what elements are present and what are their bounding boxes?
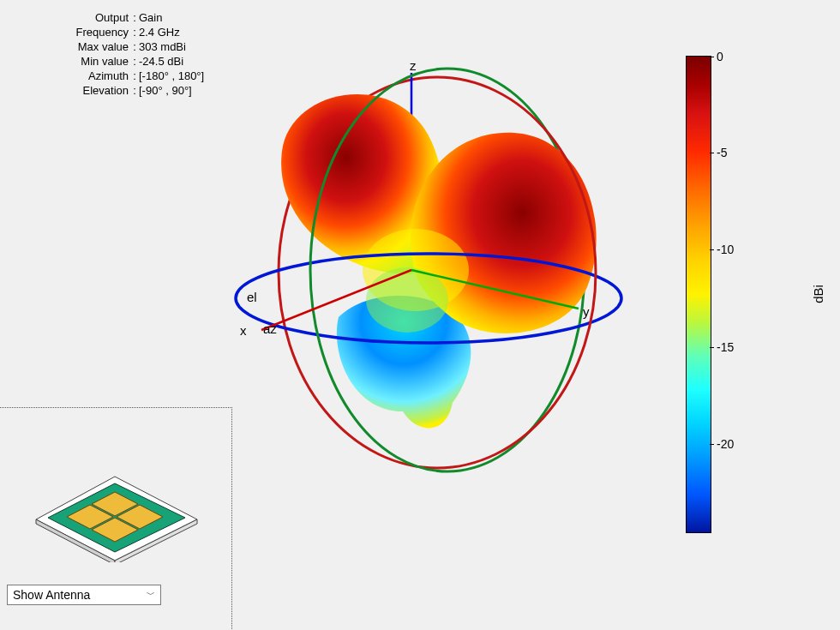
colorbar-tick: -20: [717, 437, 734, 451]
info-row: Min value : -24.5 dBi: [9, 54, 223, 69]
info-value: [-90° , 90°]: [139, 83, 223, 98]
info-value: -24.5 dBi: [139, 54, 223, 69]
radiation-pattern-svg: [223, 51, 669, 497]
colorbar-gradient: [686, 56, 711, 533]
info-row: Azimuth : [-180° , 180°]: [9, 69, 223, 83]
chevron-down-icon: ﹀: [147, 589, 155, 601]
info-label: Output: [9, 10, 130, 25]
colorbar-tick: -10: [717, 243, 734, 256]
info-separator: :: [130, 10, 139, 25]
colorbar: 0 -5 -10 -15 -20 dBi: [686, 56, 789, 531]
show-antenna-dropdown[interactable]: Show Antenna ﹀: [7, 585, 161, 605]
colorbar-tick: -15: [717, 340, 734, 354]
info-separator: :: [130, 39, 139, 54]
colorbar-tick: -5: [717, 146, 727, 159]
info-row: Elevation : [-90° , 90°]: [9, 83, 223, 98]
axis-label-az: az: [263, 321, 277, 336]
info-value: Gain: [139, 10, 223, 25]
info-label: Elevation: [9, 83, 130, 98]
info-separator: :: [130, 54, 139, 69]
axis-label-x: x: [240, 323, 247, 338]
colorbar-tick: 0: [717, 50, 723, 63]
radiation-pattern-3d-plot[interactable]: z x y az el: [223, 51, 669, 497]
info-label: Min value: [9, 54, 130, 69]
antenna-preview-svg: [26, 442, 206, 562]
dropdown-selected-label: Show Antenna: [13, 588, 90, 602]
info-label: Max value: [9, 39, 130, 54]
info-value: [-180° , 180°]: [139, 69, 223, 83]
info-value: 2.4 GHz: [139, 25, 223, 39]
svg-point-2: [366, 267, 448, 333]
info-label: Azimuth: [9, 69, 130, 83]
info-label: Frequency: [9, 25, 130, 39]
parameter-info-block: Output : Gain Frequency : 2.4 GHz Max va…: [9, 10, 223, 98]
info-separator: :: [130, 83, 139, 98]
axis-label-el: el: [247, 290, 257, 304]
antenna-geometry-preview[interactable]: [26, 442, 206, 562]
axis-label-y: y: [583, 304, 590, 319]
info-row: Max value : 303 mdBi: [9, 39, 223, 54]
info-separator: :: [130, 69, 139, 83]
info-separator: :: [130, 25, 139, 39]
colorbar-unit-label: dBi: [812, 285, 826, 303]
info-row: Frequency : 2.4 GHz: [9, 25, 223, 39]
info-value: 303 mdBi: [139, 39, 223, 54]
axis-label-z: z: [410, 58, 417, 73]
antenna-inset-panel: Show Antenna ﹀: [0, 407, 232, 630]
info-row: Output : Gain: [9, 10, 223, 25]
